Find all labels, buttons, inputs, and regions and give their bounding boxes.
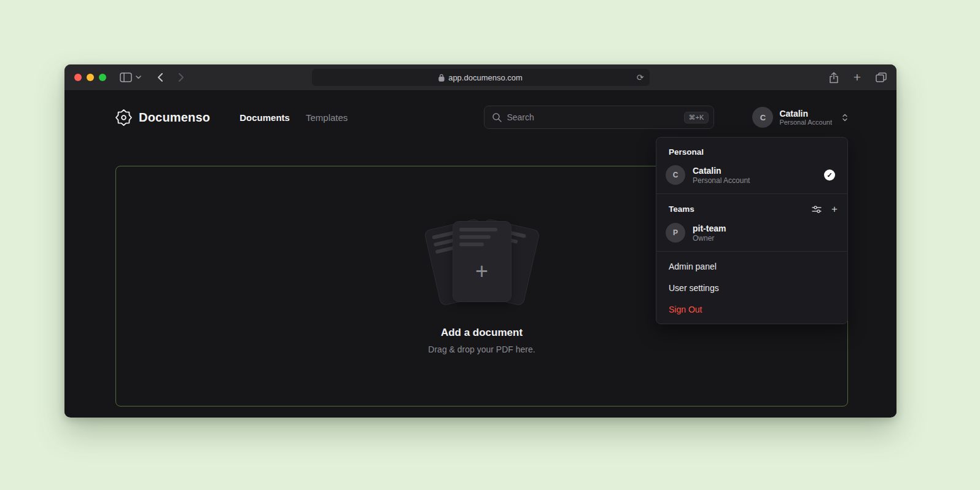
- menu-teams-label: Teams: [669, 204, 694, 214]
- menu-item-admin-panel[interactable]: Admin panel: [656, 255, 847, 277]
- documenso-logo-icon: [115, 109, 132, 126]
- new-tab-icon[interactable]: +: [854, 71, 861, 84]
- dropzone-subtitle: Drag & drop your PDF here.: [428, 344, 535, 354]
- menu-separator: [656, 251, 847, 252]
- menu-item-personal-account[interactable]: C Catalin Personal Account ✓: [656, 160, 847, 190]
- search-input[interactable]: [507, 112, 679, 122]
- forward-button[interactable]: [178, 72, 184, 82]
- account-avatar: C: [752, 107, 773, 128]
- main-nav: Documents Templates: [239, 112, 348, 123]
- add-team-icon[interactable]: +: [831, 204, 838, 214]
- account-name: Catalin: [779, 109, 832, 118]
- tab-overview-icon[interactable]: [876, 72, 887, 82]
- menu-personal-label: Personal: [656, 141, 847, 160]
- search-box[interactable]: ⌘+K: [484, 106, 714, 129]
- menu-item-team[interactable]: P pit-team Owner: [656, 218, 847, 247]
- personal-account-avatar: C: [666, 165, 685, 185]
- document-cards-illustration: +: [408, 219, 556, 308]
- sidebar-chevron-down-icon[interactable]: [136, 76, 141, 79]
- add-document-plus-icon: +: [459, 247, 505, 295]
- close-button[interactable]: [74, 74, 82, 81]
- dropzone-title: Add a document: [441, 327, 523, 339]
- brand-name: Documenso: [139, 111, 210, 125]
- back-button[interactable]: [157, 72, 163, 82]
- team-avatar: P: [666, 223, 685, 243]
- sidebar-toggle-icon[interactable]: [120, 72, 132, 82]
- refresh-icon[interactable]: ⟳: [637, 73, 644, 82]
- nav-templates[interactable]: Templates: [306, 112, 348, 123]
- menu-teams-header: Teams +: [656, 198, 847, 218]
- account-dropdown-menu: Personal C Catalin Personal Account ✓ Te…: [656, 137, 848, 324]
- manage-teams-icon[interactable]: [812, 205, 822, 214]
- menu-item-sign-out[interactable]: Sign Out: [656, 298, 847, 320]
- address-bar[interactable]: app.documenso.com ⟳: [312, 69, 650, 86]
- brand[interactable]: Documenso: [115, 109, 210, 126]
- share-icon[interactable]: [829, 72, 839, 84]
- account-type: Personal Account: [779, 119, 832, 126]
- team-role: Owner: [693, 235, 726, 242]
- selected-check-icon: ✓: [824, 169, 835, 181]
- app-header: Documenso Documents Templates ⌘+K C Cata…: [64, 91, 896, 144]
- documenso-app: Documenso Documents Templates ⌘+K C Cata…: [64, 91, 896, 417]
- personal-account-name: Catalin: [693, 166, 750, 175]
- team-name: pit-team: [693, 224, 726, 233]
- document-card-add: +: [453, 221, 511, 302]
- menu-separator: [656, 193, 847, 194]
- nav-documents[interactable]: Documents: [239, 112, 290, 123]
- traffic-lights: [74, 74, 106, 81]
- account-menu-button[interactable]: C Catalin Personal Account: [752, 107, 848, 128]
- browser-toolbar: app.documenso.com ⟳ +: [64, 64, 896, 91]
- search-icon: [492, 112, 502, 122]
- chevron-up-down-icon: [842, 113, 848, 122]
- personal-account-type: Personal Account: [693, 177, 750, 184]
- minimize-button[interactable]: [87, 74, 94, 81]
- search-shortcut-badge: ⌘+K: [684, 112, 709, 123]
- zoom-button[interactable]: [99, 74, 106, 81]
- lock-icon: [438, 74, 445, 82]
- browser-window: app.documenso.com ⟳ +: [64, 64, 896, 418]
- menu-item-user-settings[interactable]: User settings: [656, 277, 847, 298]
- url-text: app.documenso.com: [448, 73, 523, 82]
